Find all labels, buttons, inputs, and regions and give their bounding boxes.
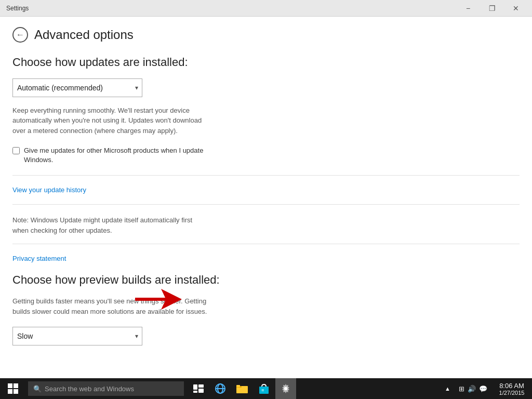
- internet-explorer-button[interactable]: [210, 378, 231, 399]
- preview-speed-dropdown-container: Fast Slow ▾: [12, 327, 142, 345]
- svg-rect-2: [198, 384, 204, 388]
- divider-1: [12, 175, 520, 176]
- clock-date: 1/27/2015: [499, 390, 525, 396]
- divider-3: [12, 244, 520, 244]
- svg-text:≡: ≡: [261, 388, 264, 393]
- preview-speed-select[interactable]: Fast Slow: [12, 327, 142, 345]
- svg-rect-4: [193, 391, 197, 393]
- store-button[interactable]: ≡: [254, 378, 274, 399]
- back-icon: ←: [16, 30, 24, 39]
- preview-speed-select-wrapper: Fast Slow ▾: [12, 327, 142, 345]
- windows-logo-icon: [8, 383, 18, 394]
- taskbar-app-icons: ≡: [188, 378, 296, 399]
- back-button[interactable]: ←: [12, 27, 28, 43]
- svg-rect-3: [198, 389, 204, 393]
- preview-section-heading: Choose how preview builds are installed:: [12, 273, 520, 288]
- privacy-statement-link[interactable]: Privacy statement: [12, 255, 520, 262]
- minimize-button[interactable]: −: [456, 0, 480, 17]
- update-method-select-wrapper: Automatic (recommended) Notify to schedu…: [12, 78, 142, 97]
- main-content: ← Advanced options Choose how updates ar…: [0, 17, 532, 378]
- taskbar-search-text: Search the web and Windows: [45, 385, 134, 393]
- update-method-dropdown-container: Automatic (recommended) Notify to schedu…: [12, 78, 520, 97]
- svg-marker-0: [135, 289, 182, 310]
- settings-button[interactable]: [275, 378, 296, 399]
- update-description: Keep everything running smoothly. We'll …: [12, 105, 210, 136]
- page-title: Advanced options: [34, 28, 134, 42]
- updates-section: Choose how updates are installed: Automa…: [12, 55, 520, 262]
- app-title: Settings: [4, 5, 29, 12]
- restore-button[interactable]: ❐: [480, 0, 504, 17]
- window-controls: − ❐ ✕: [456, 0, 528, 17]
- close-button[interactable]: ✕: [504, 0, 528, 17]
- system-tray-icons: ⊞ 🔊 💬: [455, 385, 491, 393]
- arrow-annotation: [135, 289, 171, 310]
- other-products-label[interactable]: Give me updates for other Microsoft prod…: [24, 146, 211, 165]
- notification-icon[interactable]: 💬: [479, 385, 487, 393]
- taskbar: 🔍 Search the web and Windows: [0, 378, 532, 399]
- clock-time: 8:06 AM: [499, 382, 524, 390]
- taskbar-search-icon: 🔍: [33, 385, 42, 393]
- titlebar: Settings − ❐ ✕: [0, 0, 532, 17]
- volume-icon[interactable]: 🔊: [468, 385, 476, 393]
- network-icon[interactable]: ⊞: [459, 385, 464, 393]
- file-explorer-button[interactable]: [232, 378, 252, 399]
- system-tray-expand-icon[interactable]: ▲: [443, 385, 453, 392]
- other-products-checkbox[interactable]: [12, 147, 20, 154]
- svg-rect-10: [236, 385, 240, 387]
- updates-section-heading: Choose how updates are installed:: [12, 55, 520, 70]
- svg-point-14: [284, 387, 287, 390]
- taskbar-right-area: ▲ ⊞ 🔊 💬 8:06 AM 1/27/2015: [443, 382, 532, 396]
- start-button[interactable]: [0, 378, 26, 399]
- preview-builds-section: Choose how preview builds are installed:…: [12, 273, 520, 354]
- divider-2: [12, 204, 520, 205]
- other-products-checkbox-row: Give me updates for other Microsoft prod…: [12, 146, 520, 165]
- clock-area[interactable]: 8:06 AM 1/27/2015: [494, 382, 530, 396]
- task-view-button[interactable]: [188, 378, 209, 399]
- taskbar-search-bar[interactable]: 🔍 Search the web and Windows: [28, 381, 184, 396]
- view-update-history-link[interactable]: View your update history: [12, 186, 520, 194]
- svg-rect-1: [193, 384, 197, 390]
- update-note: Note: Windows Update might update itself…: [12, 215, 210, 235]
- update-method-select[interactable]: Automatic (recommended) Notify to schedu…: [12, 78, 142, 97]
- page-header: ← Advanced options: [12, 27, 520, 43]
